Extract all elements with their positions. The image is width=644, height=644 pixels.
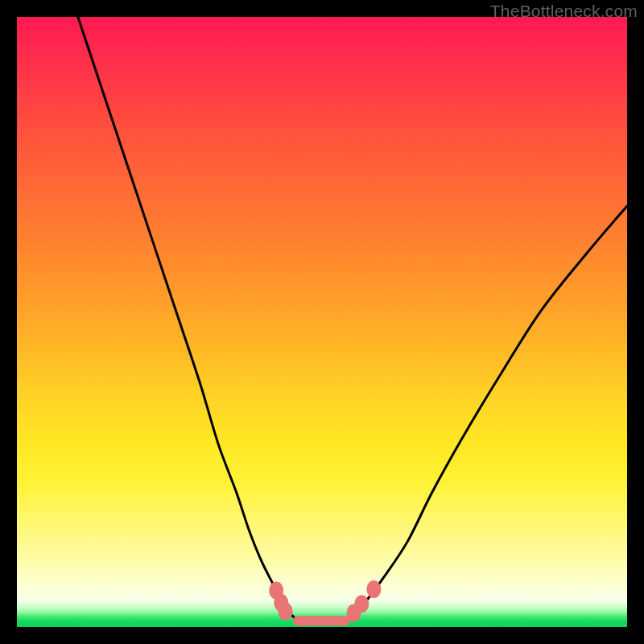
curve-group [78,17,627,622]
curve-layer [17,17,627,627]
left-cluster-low [279,602,293,620]
watermark-text: TheBottleneck.com [490,2,638,21]
valley-floor-marker [293,616,350,625]
right-cluster-mid [354,595,369,613]
bottleneck-curve [78,17,627,622]
outer-frame: TheBottleneck.com [0,0,644,644]
right-cluster-gap [366,580,381,598]
marker-group [269,580,381,625]
